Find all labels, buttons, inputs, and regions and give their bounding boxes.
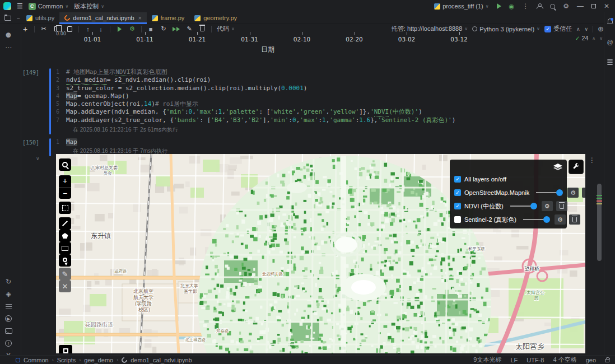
vcs-menu[interactable]: 版本控制 ∨ (74, 2, 104, 11)
move-cell-up-button[interactable]: ↑ (84, 25, 92, 33)
scroll-up-icon[interactable]: ∧ (592, 36, 595, 41)
code-line[interactable]: 7Map.addLayer(s2_true_color, {'bands': [… (54, 116, 594, 124)
terminal-tool-icon[interactable]: ›_ (4, 326, 13, 335)
layer-settings-button[interactable]: ⚙ (555, 214, 566, 225)
map-extra-button[interactable] (59, 345, 72, 353)
window-maximize-button[interactable] (591, 4, 596, 8)
status-item[interactable]: 4 个空格 (553, 356, 576, 364)
run-tool-icon[interactable]: ▶ (4, 314, 13, 323)
edit-layers-button[interactable]: ✎ (59, 268, 71, 280)
trusted-checkbox[interactable]: ✓ 受信任 (544, 25, 572, 33)
layer-opacity-slider[interactable] (536, 192, 562, 193)
more-actions-kebab-icon[interactable]: ⋮ (522, 2, 529, 10)
search-everywhere-icon[interactable] (550, 4, 555, 9)
main-menu-icon[interactable]: ☰ (17, 2, 23, 10)
layer-delete-button[interactable] (582, 188, 585, 198)
problems-tool-icon[interactable]: ! (4, 339, 13, 348)
restart-kernel-button[interactable]: ↻ (160, 25, 167, 33)
delete-cell-button[interactable] (198, 25, 206, 33)
paste-cell-button[interactable] (66, 25, 73, 33)
move-cell-down-button[interactable]: ↓ (97, 25, 105, 33)
run-button[interactable] (497, 3, 501, 9)
layer-visibility-checkbox[interactable]: ✓ (454, 189, 461, 196)
cut-cell-button[interactable]: ✂ (40, 25, 48, 33)
run-cell-select-below-button[interactable]: ⚙ (128, 25, 136, 33)
layer-settings-button[interactable]: ⚙ (542, 201, 553, 211)
map-search-button[interactable] (59, 158, 71, 171)
cell-type-selector[interactable]: 代码 ∨ (217, 25, 235, 33)
breadcrumb-item[interactable]: Common (24, 357, 49, 363)
status-item[interactable]: geo (586, 357, 596, 363)
debug-button[interactable]: ◉ (509, 3, 515, 10)
fullscreen-button[interactable] (59, 202, 71, 214)
structure-tool-icon[interactable]: ⚉ (4, 31, 13, 40)
output-options-kebab-icon[interactable]: ⋮ (589, 156, 595, 164)
code-line[interactable]: 3s2_true_color = s2_collection.median().… (54, 85, 594, 92)
prev-cell-button[interactable]: ∧ (576, 26, 580, 32)
breadcrumb-item[interactable]: gee_demo (84, 357, 113, 363)
code-with-me-icon[interactable] (537, 3, 542, 9)
code-line[interactable]: 2ndvi_median = s2_ndvi.median().clip(roi… (54, 76, 594, 84)
zoom-in-button[interactable]: + (59, 175, 71, 187)
layer-visibility-checkbox[interactable]: ✓ (454, 203, 461, 209)
delete-layers-button[interactable]: ✕ (59, 280, 71, 292)
browser-preview-icon[interactable]: ⊕ (598, 25, 604, 33)
tab-geometry.py[interactable]: geometry.py (189, 12, 242, 24)
code-editor-area[interactable]: 1# 地图Map上显示NDVI和真彩色底图2ndvi_median = s2_n… (54, 68, 594, 124)
lock-icon[interactable] (605, 359, 609, 362)
jupyter-server-selector[interactable]: 托管: http://localhost:8888 ∨ (392, 25, 468, 33)
status-item[interactable]: LF (510, 357, 518, 363)
layer-delete-button[interactable] (556, 201, 567, 211)
layer-visibility-checkbox[interactable] (454, 216, 461, 223)
layers-panel-icon[interactable] (553, 164, 562, 171)
window-close-button[interactable]: ✕ (604, 2, 609, 10)
code-editor-area[interactable]: 1Map (54, 138, 594, 146)
layer-opacity-slider[interactable] (523, 219, 549, 220)
tab-frame.py[interactable]: frame.py (147, 12, 190, 24)
database-tool-icon[interactable] (606, 58, 614, 66)
tab-utils.py[interactable]: utils.py (21, 12, 59, 24)
stop-kernel-button[interactable]: ■ (147, 25, 155, 33)
code-line[interactable]: 5Map.centerObject(roi, 14) # roi居中显示 (54, 100, 594, 108)
window-minimize-button[interactable]: — (577, 2, 584, 10)
add-cell-button[interactable]: + (21, 25, 29, 33)
code-line[interactable]: 6Map.addLayer(ndvi_median, {'min': 0, 'm… (54, 108, 594, 116)
run-config-selector[interactable]: process_tiff (1) ∨ (434, 3, 488, 10)
hide-tool-window-icon[interactable]: − (17, 15, 20, 21)
layer-delete-button[interactable] (569, 214, 580, 225)
draw-marker-button[interactable] (59, 254, 71, 267)
zoom-out-button[interactable]: − (59, 188, 71, 199)
project-tool-window-icon[interactable] (4, 16, 11, 21)
code-line[interactable]: 1Map (54, 138, 594, 146)
run-all-cells-button[interactable] (173, 25, 180, 33)
sync-tool-icon[interactable]: ↻ (4, 277, 13, 286)
ai-assistant-icon[interactable]: @ (606, 38, 614, 46)
status-item[interactable]: 9文本光标 (473, 356, 501, 364)
tab-demo1_cal_ndvi.ipynb[interactable]: demo1_cal_ndvi.ipynb× (59, 12, 146, 24)
draw-rectangle-button[interactable] (59, 242, 71, 254)
breadcrumb[interactable]: Common›Scripts›gee_demo›demo1_cal_ndvi.i… (0, 357, 192, 363)
services-tool-icon[interactable] (4, 302, 13, 311)
layer-opacity-slider[interactable] (510, 206, 536, 207)
draw-polyline-button[interactable] (59, 217, 71, 230)
draw-polygon-button[interactable] (59, 230, 71, 242)
settings-gear-icon[interactable]: ⚙ (563, 2, 569, 10)
code-cell-149[interactable]: [149] 1# 地图Map上显示NDVI和真彩色底图2ndvi_median … (21, 68, 594, 134)
notifications-bell-icon[interactable] (606, 17, 614, 25)
code-line[interactable]: 4Map = geemap.Map() (54, 92, 594, 100)
status-item[interactable]: UTF-8 (527, 357, 544, 363)
commit-tool-icon[interactable]: ◈ (4, 290, 13, 298)
all-layers-checkbox[interactable]: ✓ (454, 176, 461, 183)
output-collapse-chevron[interactable]: ∨ (36, 156, 40, 161)
map-toolbar-wrench-button[interactable] (569, 160, 584, 174)
project-selector[interactable]: C Common ∨ (29, 3, 68, 10)
run-cell-button[interactable] (115, 25, 123, 33)
more-tools-icon[interactable]: ⋯ (4, 43, 13, 52)
breadcrumb-item[interactable]: demo1_cal_ndvi.ipynb (131, 357, 192, 363)
clear-outputs-button[interactable]: ✎ (185, 25, 193, 33)
editor-scrollbar[interactable] (596, 34, 603, 355)
breadcrumb-item[interactable]: Scripts (57, 357, 76, 363)
tab-close-icon[interactable]: × (138, 15, 142, 21)
next-cell-button[interactable]: ∨ (585, 26, 589, 32)
layer-settings-button[interactable]: ⚙ (567, 188, 579, 198)
